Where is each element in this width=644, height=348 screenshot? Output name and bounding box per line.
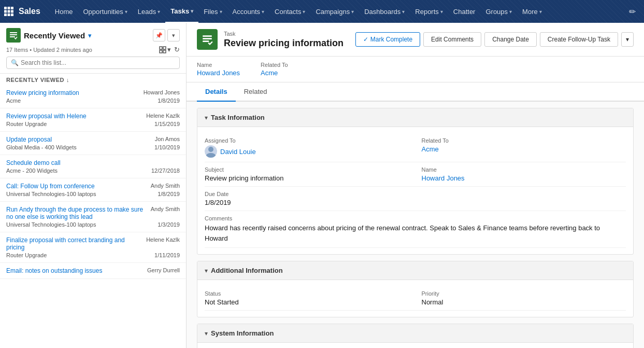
task-information-header[interactable]: ▾ Task Information [197, 108, 633, 127]
list-item-name: Call: Follow Up from conference [6, 183, 147, 190]
subject-field: Subject Review pricing information ✏ [205, 162, 416, 187]
list-item-sub: Universal Technologies-100 laptops [6, 221, 96, 228]
svg-rect-17 [203, 38, 212, 39]
sidebar-title-row: Recently Viewed ▾ 📌 ▾ [6, 28, 180, 43]
nav-item-files[interactable]: Files ▾ [198, 0, 227, 23]
list-item[interactable]: Update proposalJon AmosGlobal Media - 40… [0, 132, 186, 155]
list-item[interactable]: Review pricing informationHoward JonesAc… [0, 85, 186, 108]
list-item[interactable]: Schedule demo callAcme - 200 Widgets12/2… [0, 155, 186, 178]
detail-record-icon [197, 29, 218, 50]
detail-title-block: Task Review pricing information [224, 31, 344, 49]
list-item-sub: Router Upgrade [6, 252, 47, 258]
nav-right: ✏ [625, 5, 640, 19]
list-item-name: Schedule demo call [6, 159, 176, 166]
svg-rect-0 [4, 7, 7, 9]
section-collapse-icon: ▾ [205, 267, 208, 274]
list-item-name: Email: notes on outstanding issues [6, 267, 143, 274]
avatar [205, 145, 217, 158]
sidebar-header: Recently Viewed ▾ 📌 ▾ 17 Items • Updated… [0, 23, 186, 74]
view-toggle-button[interactable]: ▾ [159, 46, 171, 53]
pin-button[interactable]: 📌 [153, 29, 165, 41]
priority-field: Priority Normal ✏ [416, 286, 626, 311]
nav-item-contacts[interactable]: Contacts ▾ [269, 0, 310, 23]
mark-complete-button[interactable]: ✓ Mark Complete [355, 32, 420, 47]
header-related-label: Related To [261, 62, 288, 68]
detail-body: ▾ Task Information Assigned To David [187, 102, 644, 348]
list-item-sub: Acme [6, 98, 21, 104]
actions-dropdown-button[interactable]: ▾ [621, 32, 634, 47]
svg-rect-11 [10, 36, 15, 37]
list-item[interactable]: Email: notes on outstanding issuesGerry … [0, 263, 186, 279]
svg-rect-8 [11, 13, 13, 16]
list-item-sub: Router Upgrade [6, 121, 47, 127]
change-date-button[interactable]: Change Date [484, 32, 537, 47]
main-layout: Recently Viewed ▾ 📌 ▾ 17 Items • Updated… [0, 23, 644, 348]
comments-value: Howard has recently raised concerns abou… [205, 223, 610, 243]
list-item-secondary: Andy Smith [151, 183, 180, 189]
header-related-value[interactable]: Acme [261, 69, 288, 77]
nav-item-home[interactable]: Home [50, 0, 78, 23]
refresh-button[interactable]: ↻ [174, 46, 180, 53]
system-information-header[interactable]: ▾ System Information [197, 324, 633, 343]
nav-item-dashboards[interactable]: Dashboards ▾ [359, 0, 410, 23]
sidebar-title-left: Recently Viewed ▾ [6, 28, 92, 43]
list-item[interactable]: Finalize proposal with correct branding … [0, 232, 186, 263]
additional-information-header[interactable]: ▾ Additional Information [197, 261, 633, 280]
svg-rect-1 [8, 7, 10, 9]
tab-related[interactable]: Related [236, 82, 276, 102]
due-date-label: Due Date [205, 191, 400, 197]
due-date-value: 1/8/2019 [205, 199, 400, 206]
section-collapse-icon: ▾ [205, 114, 208, 121]
edit-nav-icon[interactable]: ✏ [625, 5, 640, 19]
list-item[interactable]: Review proposal with HeleneHelene KazlkR… [0, 108, 186, 132]
svg-rect-9 [10, 32, 17, 33]
sidebar-title-dropdown[interactable]: ▾ [88, 32, 92, 39]
nav-item-accounts[interactable]: Accounts ▾ [227, 0, 269, 23]
header-name-label: Name [197, 62, 240, 68]
list-item-date: 1/8/2019 [158, 98, 180, 104]
comments-label: Comments [205, 215, 610, 221]
nav-item-tasks[interactable]: Tasks ▾ [165, 0, 198, 23]
tab-details[interactable]: Details [197, 82, 236, 102]
chevron-down-icon: ▾ [158, 9, 160, 15]
edit-comments-button[interactable]: Edit Comments [423, 32, 481, 47]
related-to-field: Related To Acme ✏ [416, 133, 626, 162]
list-item-sub: Universal Technologies-100 laptops [6, 191, 96, 197]
list-item-name: Update proposal [6, 136, 151, 143]
top-nav: Sales Home Opportunities ▾ Leads ▾ Tasks… [0, 0, 644, 23]
list-item-name: Run Andy through the dupe process to mak… [6, 206, 147, 220]
sidebar-dropdown-button[interactable]: ▾ [167, 29, 180, 41]
svg-rect-18 [203, 40, 209, 42]
chevron-down-icon: ▾ [402, 9, 405, 15]
priority-label: Priority [422, 290, 620, 297]
chevron-down-icon: ▾ [351, 9, 354, 15]
header-name-value[interactable]: Howard Jones [197, 69, 240, 77]
nav-item-groups[interactable]: Groups ▾ [480, 0, 517, 23]
nav-item-more[interactable]: More ▾ [517, 0, 547, 23]
svg-rect-13 [163, 47, 166, 49]
search-input[interactable] [21, 59, 175, 66]
nav-item-chatter[interactable]: Chatter [448, 0, 481, 23]
related-to-value[interactable]: Acme [422, 145, 620, 153]
nav-item-reports[interactable]: Reports ▾ [410, 0, 448, 23]
name-field: Name Howard Jones ✏ [416, 162, 626, 187]
app-launcher-icon[interactable] [4, 7, 13, 16]
svg-rect-10 [10, 34, 17, 35]
nav-item-campaigns[interactable]: Campaigns ▾ [310, 0, 359, 23]
additional-information-section: ▾ Additional Information Status Not Star… [197, 261, 634, 317]
system-information-section: ▾ System Information Created By [197, 324, 634, 348]
nav-item-opportunities[interactable]: Opportunities ▾ [78, 0, 133, 23]
task-info-fields: Assigned To David Louie ✏ Related [205, 133, 626, 248]
search-icon: 🔍 [11, 59, 19, 66]
subject-value: Review pricing information [205, 174, 400, 182]
list-item[interactable]: Call: Follow Up from conferenceAndy Smit… [0, 178, 186, 202]
list-item[interactable]: Run Andy through the dupe process to mak… [0, 202, 186, 232]
assigned-to-name[interactable]: David Louie [220, 148, 256, 156]
svg-rect-4 [8, 10, 10, 13]
detail-header-left: Task Review pricing information [197, 29, 344, 50]
chevron-down-icon: ▾ [440, 9, 443, 15]
nav-item-leads[interactable]: Leads ▾ [133, 0, 165, 23]
name-value[interactable]: Howard Jones [422, 174, 620, 182]
status-label: Status [205, 290, 400, 297]
create-followup-button[interactable]: Create Follow-Up Task [540, 32, 618, 47]
